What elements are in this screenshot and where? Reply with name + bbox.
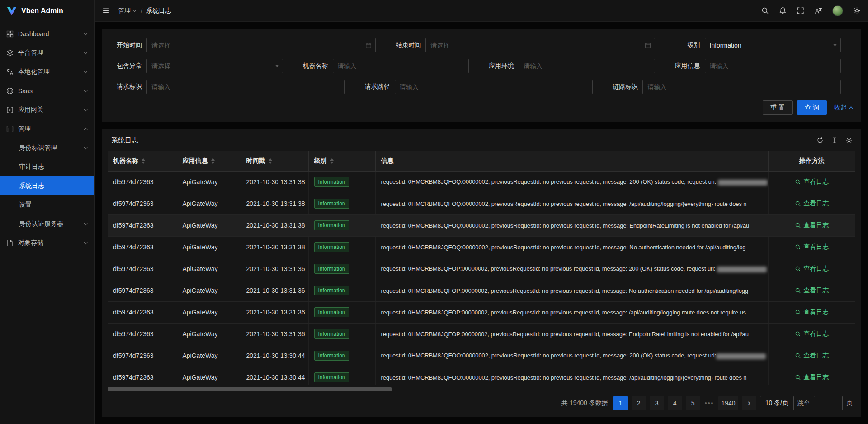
sidebar-item-system-log[interactable]: 系统日志 <box>0 176 94 195</box>
cell-machine-name: df5974d72363 <box>108 280 177 301</box>
table-row: df5974d72363ApiGateWay2021-10-30 13:31:3… <box>108 214 855 236</box>
filter-field-request-path: 请求路径 <box>358 80 606 94</box>
trace-id-input[interactable] <box>642 80 841 94</box>
col-level[interactable]: 级别 <box>308 151 375 171</box>
include-exception-select[interactable] <box>146 59 283 73</box>
view-log-link[interactable]: 查看日志 <box>795 330 829 338</box>
notification-bell-icon[interactable] <box>779 7 787 14</box>
app-info-input[interactable] <box>705 59 841 73</box>
log-table-panel: 系统日志 <box>102 129 861 417</box>
chevron-down-icon <box>83 108 88 112</box>
sidebar-item-identity-management[interactable]: 身份标识管理 <box>0 138 94 157</box>
view-log-link[interactable]: 查看日志 <box>795 352 829 360</box>
collapse-link[interactable]: 收起 <box>834 104 854 112</box>
pagination-page-4[interactable]: 4 <box>668 396 682 410</box>
sort-icon[interactable] <box>330 158 334 164</box>
col-app-info[interactable]: 应用信息 <box>177 151 241 171</box>
col-message: 信息 <box>375 151 768 171</box>
jump-page-input[interactable] <box>814 396 843 410</box>
start-time-datepicker[interactable] <box>146 38 376 52</box>
sort-icon[interactable] <box>211 158 215 164</box>
search-button[interactable]: 查 询 <box>797 100 827 115</box>
sidebar-item-manage[interactable]: 管理 <box>0 119 94 138</box>
cell-machine-name: df5974d72363 <box>108 301 177 323</box>
pagination-page-last[interactable]: 1940 <box>718 396 738 410</box>
field-label: 包含异常 <box>109 62 142 70</box>
table-row: df5974d72363ApiGateWay2021-10-30 13:31:3… <box>108 193 855 214</box>
level-badge: Information <box>314 351 349 361</box>
main-area: 管理 / 系统日志 <box>95 0 868 424</box>
view-log-link[interactable]: 查看日志 <box>795 308 829 316</box>
settings-gear-icon[interactable] <box>853 7 861 14</box>
scrollbar-thumb[interactable] <box>108 387 392 391</box>
sidebar-item-audit-log[interactable]: 审计日志 <box>0 157 94 176</box>
cell-message: requestId: 0HMCRBM8JQFOO:00000002, previ… <box>375 367 768 385</box>
request-id-input[interactable] <box>146 80 345 94</box>
pagination-page-5[interactable]: 5 <box>686 396 700 410</box>
view-log-link[interactable]: 查看日志 <box>795 286 829 295</box>
cell-app-info: ApiGateWay <box>177 367 241 385</box>
cell-message: requestId: 0HMCRBM8JQFOP:00000002, previ… <box>375 258 768 280</box>
cell-message: requestId: 0HMCRBM8JQFOO:00000002, previ… <box>375 345 768 367</box>
level-select[interactable] <box>705 38 841 52</box>
view-log-link[interactable]: 查看日志 <box>795 373 829 381</box>
cell-app-info: ApiGateWay <box>177 323 241 345</box>
pagination-page-2[interactable]: 2 <box>632 396 646 410</box>
level-badge: Information <box>314 264 349 274</box>
translate-icon[interactable] <box>814 7 822 15</box>
sidebar-item-object-storage[interactable]: 对象存储 <box>0 233 94 252</box>
view-log-link[interactable]: 查看日志 <box>795 265 829 273</box>
logo[interactable]: Vben Admin <box>0 0 94 22</box>
breadcrumb-parent[interactable]: 管理 <box>118 7 137 15</box>
pagination-page-3[interactable]: 3 <box>650 396 664 410</box>
filter-field-level: 级别 <box>668 38 854 52</box>
cell-level: Information <box>308 280 375 301</box>
end-time-datepicker[interactable] <box>425 38 655 52</box>
pagination-page-1[interactable]: 1 <box>613 396 628 410</box>
refresh-icon[interactable] <box>816 137 824 144</box>
reset-button[interactable]: 重 置 <box>763 100 793 115</box>
sidebar-item-dashboard[interactable]: Dashboard <box>0 24 94 43</box>
pagination-pages: 12345 <box>613 396 700 410</box>
sidebar-item-saas[interactable]: Saas <box>0 81 94 100</box>
sidebar-item-gateway[interactable]: 应用网关 <box>0 100 94 119</box>
cell-level: Information <box>308 345 375 367</box>
field-label: 结束时间 <box>388 41 421 49</box>
field-label: 链路标识 <box>605 83 638 91</box>
row-height-icon[interactable] <box>831 137 838 144</box>
search-icon[interactable] <box>761 7 769 14</box>
sidebar-item-auth-server[interactable]: 身份认证服务器 <box>0 214 94 233</box>
logo-icon <box>6 5 17 16</box>
pagination-ellipsis[interactable]: ••• <box>704 400 715 407</box>
chevron-right-icon: › <box>748 399 750 407</box>
filter-field-end-time: 结束时间 <box>388 38 667 52</box>
menu-fold-icon[interactable] <box>102 7 110 14</box>
view-log-link[interactable]: 查看日志 <box>795 243 829 251</box>
app-env-input[interactable] <box>519 59 655 73</box>
table-row: df5974d72363ApiGateWay2021-10-30 13:31:3… <box>108 323 855 345</box>
sort-icon[interactable] <box>142 158 145 164</box>
sidebar-item-localization[interactable]: 本地化管理 <box>0 62 94 81</box>
col-timestamp[interactable]: 时间戳 <box>241 151 308 171</box>
filter-field-trace-id: 链路标识 <box>605 80 854 94</box>
fullscreen-icon[interactable] <box>797 7 804 14</box>
request-path-input[interactable] <box>395 80 593 94</box>
sidebar-item-platform[interactable]: 平台管理 <box>0 43 94 62</box>
col-machine-name[interactable]: 机器名称 <box>108 151 177 171</box>
page-size-select[interactable]: 10 条/页 <box>760 396 794 410</box>
sidebar-item-settings[interactable]: 设置 <box>0 195 94 214</box>
view-log-link[interactable]: 查看日志 <box>795 178 829 186</box>
machine-name-input[interactable] <box>333 59 469 73</box>
table-row: df5974d72363ApiGateWay2021-10-30 13:30:4… <box>108 367 855 385</box>
pagination-next-button[interactable]: › <box>742 396 756 410</box>
view-log-link[interactable]: 查看日志 <box>795 200 829 208</box>
level-badge: Information <box>314 177 349 187</box>
table-row: df5974d72363ApiGateWay2021-10-30 13:31:3… <box>108 280 855 301</box>
sort-icon[interactable] <box>269 158 272 164</box>
column-settings-gear-icon[interactable] <box>845 137 853 144</box>
header-actions <box>761 5 861 16</box>
user-avatar[interactable] <box>832 5 843 16</box>
cell-action: 查看日志 <box>768 323 855 345</box>
cell-machine-name: df5974d72363 <box>108 193 177 214</box>
view-log-link[interactable]: 查看日志 <box>795 221 829 229</box>
